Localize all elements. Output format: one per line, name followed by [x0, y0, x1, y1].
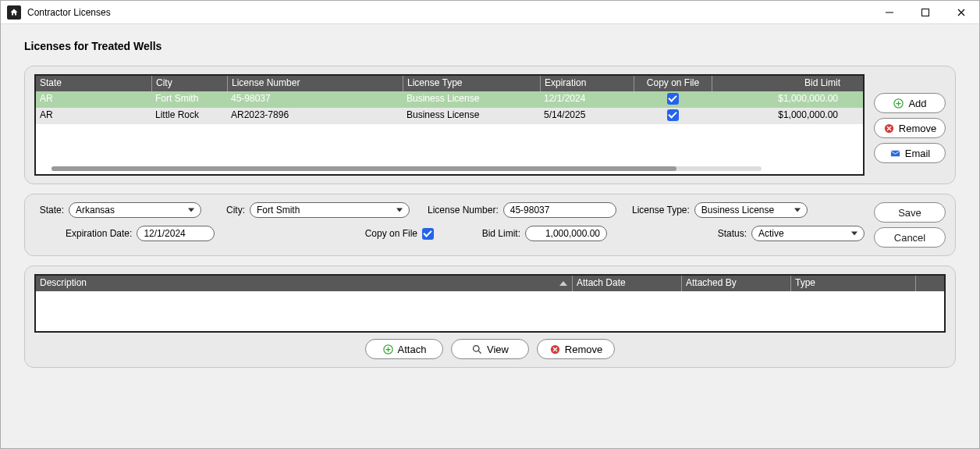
horizontal-scrollbar[interactable] [51, 166, 762, 171]
remove-circle-icon [883, 123, 895, 134]
copy-on-file-label: Copy on File [365, 228, 417, 239]
bid-limit-label: Bid Limit: [482, 228, 520, 239]
remove-circle-icon [549, 344, 561, 355]
license-type-select[interactable]: Business License [694, 202, 808, 218]
licenses-panel: State City License Number License Type E… [24, 66, 956, 184]
save-button[interactable]: Save [874, 202, 946, 223]
cell-expiration: 5/14/2025 [540, 108, 634, 124]
cell-license-type: Business License [403, 91, 540, 108]
col-header-license-number[interactable]: License Number [227, 76, 403, 91]
license-form-panel: State: Arkansas City: Fort Smith License… [24, 194, 956, 256]
page-title: Licenses for Treated Wells [24, 40, 956, 52]
attachments-remove-button[interactable]: Remove [537, 339, 615, 359]
table-row[interactable]: AR Fort Smith 45-98037 Business License … [36, 91, 863, 108]
cancel-button[interactable]: Cancel [874, 227, 946, 248]
col-header-end [915, 276, 929, 291]
svg-point-6 [474, 345, 480, 351]
attachments-table[interactable]: Description Attach Date Attached By Type [34, 274, 946, 333]
svg-rect-1 [922, 9, 929, 16]
add-button[interactable]: Add [874, 93, 946, 113]
attach-button[interactable]: Attach [365, 339, 443, 359]
col-header-city[interactable]: City [151, 76, 227, 91]
cell-state: AR [36, 108, 151, 124]
cell-copy-on-file [634, 91, 712, 108]
col-header-copy-on-file[interactable]: Copy on File [634, 76, 712, 91]
checkbox-icon [667, 93, 679, 105]
close-button[interactable] [943, 1, 979, 23]
maximize-button[interactable] [907, 1, 943, 23]
bid-limit-input[interactable]: 1,000,000.00 [525, 226, 607, 241]
sort-ascending-icon [559, 281, 567, 286]
svg-rect-0 [886, 12, 893, 12]
license-type-label: License Type: [632, 205, 690, 216]
checkbox-icon [667, 109, 679, 121]
cell-city: Little Rock [151, 108, 227, 124]
app-icon [7, 5, 21, 20]
minimize-button[interactable] [872, 1, 907, 23]
remove-button-label: Remove [899, 123, 936, 134]
city-label: City: [223, 205, 245, 216]
col-header-attach-date[interactable]: Attach Date [572, 276, 681, 291]
titlebar: Contractor Licenses [1, 1, 979, 24]
state-label: State: [34, 205, 64, 216]
attachments-table-header: Description Attach Date Attached By Type [36, 276, 944, 291]
col-header-attached-by[interactable]: Attached By [681, 276, 790, 291]
licenses-table[interactable]: State City License Number License Type E… [34, 74, 865, 176]
window-title: Contractor Licenses [27, 7, 872, 18]
copy-on-file-checkbox[interactable] [422, 228, 434, 240]
email-button-label: Email [905, 148, 931, 159]
svg-rect-4 [891, 150, 900, 156]
col-header-bid-limit[interactable]: Bid Limit [712, 76, 844, 91]
remove-button[interactable]: Remove [874, 118, 946, 138]
cell-bid-limit: $1,000,000.00 [712, 108, 844, 124]
city-select[interactable]: Fort Smith [250, 202, 410, 218]
cell-copy-on-file [634, 108, 712, 124]
expiration-date-label: Expiration Date: [66, 228, 132, 239]
cell-license-number: 45-98037 [227, 91, 403, 108]
cell-expiration: 12/1/2024 [540, 91, 634, 108]
view-button[interactable]: View [451, 339, 529, 359]
cell-state: AR [36, 91, 151, 108]
status-select[interactable]: Active [751, 226, 865, 241]
expiration-date-input[interactable]: 12/1/2024 [137, 226, 215, 241]
email-button[interactable]: Email [874, 143, 946, 163]
attachments-panel: Description Attach Date Attached By Type… [24, 265, 956, 368]
search-icon [471, 344, 483, 355]
licenses-table-header: State City License Number License Type E… [36, 76, 863, 91]
license-number-input[interactable]: 45-98037 [503, 202, 616, 218]
add-button-label: Add [908, 98, 926, 109]
license-number-label: License Number: [428, 205, 499, 216]
app-window: Contractor Licenses Licenses for Treated… [0, 0, 980, 449]
status-label: Status: [718, 228, 747, 239]
plus-circle-icon [382, 344, 394, 355]
cell-city: Fort Smith [151, 91, 227, 108]
cell-license-type: Business License [403, 108, 540, 124]
col-header-license-type[interactable]: License Type [403, 76, 540, 91]
table-row[interactable]: AR Little Rock AR2023-7896 Business Lice… [36, 108, 863, 124]
state-select[interactable]: Arkansas [69, 202, 201, 218]
col-header-type[interactable]: Type [790, 276, 915, 291]
cell-bid-limit: $1,000,000.00 [712, 91, 844, 108]
col-header-description[interactable]: Description [36, 276, 572, 291]
col-header-expiration[interactable]: Expiration [540, 76, 634, 91]
cell-license-number: AR2023-7896 [227, 108, 403, 124]
email-icon [889, 148, 901, 159]
col-header-state[interactable]: State [36, 76, 151, 91]
plus-circle-icon [893, 98, 904, 109]
